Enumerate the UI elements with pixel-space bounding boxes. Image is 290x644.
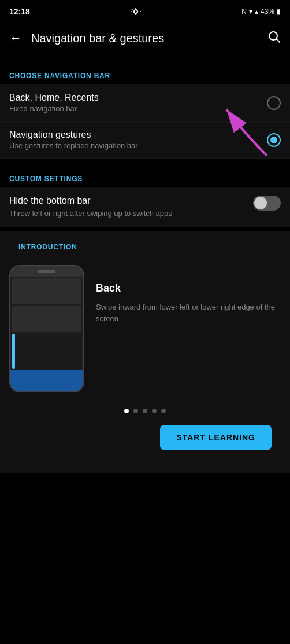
status-center-icons xyxy=(130,8,142,16)
radio-inner-dot xyxy=(270,137,277,143)
phone-status-bar xyxy=(10,266,83,277)
section-divider-2 xyxy=(0,227,290,231)
phone-illustration xyxy=(9,265,84,392)
wifi-icon: ▾ xyxy=(249,8,252,16)
dot-4[interactable] xyxy=(152,409,157,413)
phone-bottom-bar xyxy=(10,370,83,391)
settings-icon xyxy=(130,8,142,16)
choose-nav-bar-label: CHOOSE NAVIGATION BAR xyxy=(0,60,290,84)
page-title: Navigation bar & gestures xyxy=(31,32,164,45)
phone-main-area xyxy=(12,334,81,369)
custom-settings-label: CUSTOM SETTINGS xyxy=(0,163,290,187)
introduction-label: INTRODUCTION xyxy=(9,231,281,256)
nav-gestures-subtitle: Use gestures to replace navigation bar xyxy=(9,141,267,150)
introduction-section: INTRODUCTION xyxy=(0,231,290,473)
hide-bottom-bar-item[interactable]: Hide the bottom bar Throw left or right … xyxy=(0,187,290,227)
choose-nav-bar-section: CHOOSE NAVIGATION BAR Back, Home, Recent… xyxy=(0,60,290,159)
toggle-knob xyxy=(254,197,267,209)
section-divider-1 xyxy=(0,159,290,163)
start-learning-button[interactable]: START LEARNING xyxy=(160,425,272,450)
phone-screen xyxy=(10,277,83,370)
app-bar: ← Navigation bar & gestures xyxy=(0,21,290,56)
dot-3[interactable] xyxy=(143,409,147,413)
back-home-recents-title: Back, Home, Recents xyxy=(9,93,267,103)
phone-notch xyxy=(38,270,55,273)
nav-gestures-item[interactable]: Navigation gestures Use gestures to repl… xyxy=(0,122,290,159)
status-time: 12:18 xyxy=(9,7,30,16)
intro-text-area: Back Swipe inward from lower left or low… xyxy=(96,265,281,324)
phone-block-1 xyxy=(12,278,81,304)
back-home-recents-item[interactable]: Back, Home, Recents Fixed navigation bar xyxy=(0,84,290,122)
battery-text: 43% xyxy=(261,8,274,16)
nav-gestures-title: Navigation gestures xyxy=(9,130,267,140)
app-bar-left: ← Navigation bar & gestures xyxy=(9,31,164,46)
status-icons: N ▾ ▴ 43% ▮ xyxy=(241,8,281,16)
intro-title: Back xyxy=(96,282,281,295)
dot-2[interactable] xyxy=(133,409,138,413)
back-home-recents-radio[interactable] xyxy=(267,96,281,110)
hide-bottom-bar-title: Hide the bottom bar xyxy=(9,196,246,206)
nav-gestures-text: Navigation gestures Use gestures to repl… xyxy=(9,130,267,150)
hide-bottom-bar-text: Hide the bottom bar Throw left or right … xyxy=(9,196,246,219)
search-button[interactable] xyxy=(267,30,281,47)
search-icon xyxy=(267,30,281,43)
back-home-recents-text: Back, Home, Recents Fixed navigation bar xyxy=(9,93,267,113)
dots-row xyxy=(9,402,281,425)
intro-description: Swipe inward from lower left or lower ri… xyxy=(96,301,281,324)
battery-icon: ▮ xyxy=(277,8,281,16)
status-bar: 12:18 N ▾ ▴ 43% ▮ xyxy=(0,0,290,21)
hide-bottom-bar-subtitle: Throw left or right after swiping up to … xyxy=(9,208,246,219)
top-divider xyxy=(0,56,290,60)
intro-card: Back Swipe inward from lower left or low… xyxy=(9,256,281,402)
svg-line-2 xyxy=(277,39,280,43)
phone-body xyxy=(9,265,84,392)
back-home-recents-subtitle: Fixed navigation bar xyxy=(9,104,267,113)
custom-settings-section: CUSTOM SETTINGS Hide the bottom bar Thro… xyxy=(0,163,290,227)
phone-block-2 xyxy=(12,306,81,332)
dot-5[interactable] xyxy=(161,409,166,413)
svg-point-0 xyxy=(134,10,137,13)
nav-gestures-radio[interactable] xyxy=(267,133,281,147)
start-btn-container: START LEARNING xyxy=(9,425,281,464)
dot-1[interactable] xyxy=(124,409,129,413)
signal-icon: ▴ xyxy=(255,8,258,16)
nfc-icon: N xyxy=(241,8,247,16)
back-button[interactable]: ← xyxy=(9,31,22,46)
phone-blue-indicator xyxy=(12,334,15,369)
hide-bottom-bar-toggle[interactable] xyxy=(253,196,281,211)
